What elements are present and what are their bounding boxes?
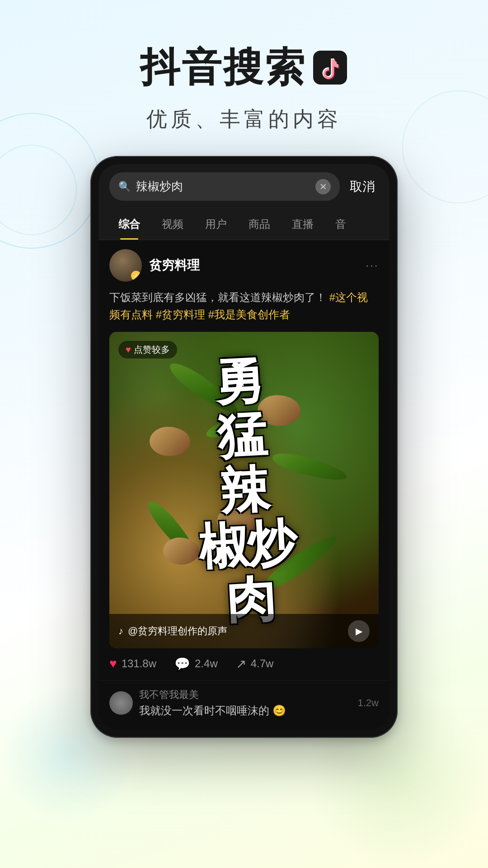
share-icon: ↗ [236,656,246,671]
likes-badge: ♥ 点赞较多 [118,341,177,359]
content-area: ✓ 贫穷料理 ··· 下饭菜到底有多凶猛，就看这道辣椒炒肉了！ #这个视频有点料… [99,240,389,680]
video-big-text: 勇猛辣椒炒肉 [122,347,366,632]
comment-content: 我不管我最美 我就没一次看时不咽唾沫的 😊 [139,688,352,718]
audio-label: @贫穷料理创作的原声 [128,624,227,638]
comment-row: 我不管我最美 我就没一次看时不咽唾沫的 😊 1.2w [109,688,379,718]
search-input-wrapper[interactable]: 🔍 辣椒炒肉 ✕ [109,172,340,201]
more-options-button[interactable]: ··· [366,258,379,273]
search-icon: 🔍 [118,181,131,193]
phone-screen: 🔍 辣椒炒肉 ✕ 取消 综合 视频 用户 商品 直播 音 [99,164,389,730]
comment-avatar [109,691,133,715]
comment-username: 我不管我最美 [139,688,352,702]
phone-outer: 🔍 辣椒炒肉 ✕ 取消 综合 视频 用户 商品 直播 音 [90,156,398,738]
tiktok-logo-icon [313,51,347,85]
post-text-main: 下饭菜到底有多凶猛，就看这道辣椒炒肉了！ [109,291,326,303]
phone-container: 🔍 辣椒炒肉 ✕ 取消 综合 视频 用户 商品 直播 音 [90,156,398,738]
header-section: 抖音搜索 优质、丰富的内容 [0,0,488,156]
comments-count[interactable]: 💬 2.4w [174,656,218,671]
comment-text: 我就没一次看时不咽唾沫的 😊 [139,703,352,718]
tiktok-music-icon: ♪ [118,625,123,637]
tab-用户[interactable]: 用户 [194,209,238,240]
tab-音[interactable]: 音 [324,209,357,240]
comment-likes: 1.2w [358,697,379,709]
tabs-row: 综合 视频 用户 商品 直播 音 [99,209,389,240]
app-name: 抖音搜索 [140,41,306,94]
hashtag-2[interactable]: #贫穷料理 [156,308,205,321]
audio-bar[interactable]: ♪ @贫穷料理创作的原声 ▶ [109,614,379,648]
play-icon: ▶ [356,626,362,637]
video-thumbnail[interactable]: 勇猛辣椒炒肉 ♥ 点赞较多 ♪ @贫穷料理创作的原声 [109,332,379,648]
search-query: 辣椒炒肉 [136,179,310,194]
comment-icon: 💬 [174,656,190,671]
likes-number: 131.8w [122,657,156,670]
tab-综合[interactable]: 综合 [108,209,151,240]
shares-number: 4.7w [251,657,274,670]
tab-商品[interactable]: 商品 [238,209,281,240]
clear-button[interactable]: ✕ [315,179,331,194]
app-title: 抖音搜索 [0,41,488,94]
tab-视频[interactable]: 视频 [151,209,194,240]
tab-直播[interactable]: 直播 [281,209,324,240]
subtitle: 优质、丰富的内容 [0,105,488,133]
comments-number: 2.4w [195,657,218,670]
hashtag-3[interactable]: #我是美食创作者 [208,308,290,321]
shares-count[interactable]: ↗ 4.7w [236,656,274,671]
tiktok-logo [312,50,348,86]
likes-count[interactable]: ♥ 131.8w [109,656,156,671]
post-description: 下饭菜到底有多凶猛，就看这道辣椒炒肉了！ #这个视频有点料 #贫穷料理 #我是美… [109,289,379,324]
clear-icon: ✕ [319,181,327,192]
heart-icon: ♥ [109,656,117,671]
video-overlay-text: 勇猛辣椒炒肉 [130,353,359,627]
user-avatar: ✓ [109,249,142,282]
cancel-button[interactable]: 取消 [346,178,379,195]
heart-icon: ♥ [126,344,131,355]
play-button[interactable]: ▶ [348,620,370,642]
verified-badge: ✓ [131,271,141,281]
page-wrapper: 抖音搜索 优质、丰富的内容 🔍 辣椒炒肉 ✕ [0,0,488,868]
comment-preview: 我不管我最美 我就没一次看时不咽唾沫的 😊 1.2w [99,680,389,730]
user-name: 贫穷料理 [149,257,358,274]
user-card: ✓ 贫穷料理 ··· [109,249,379,282]
likes-badge-text: 点赞较多 [134,344,170,356]
search-bar-area: 🔍 辣椒炒肉 ✕ 取消 [99,164,389,209]
audio-info: ♪ @贫穷料理创作的原声 [118,624,227,638]
interaction-bar: ♥ 131.8w 💬 2.4w ↗ 4.7w [109,648,379,671]
